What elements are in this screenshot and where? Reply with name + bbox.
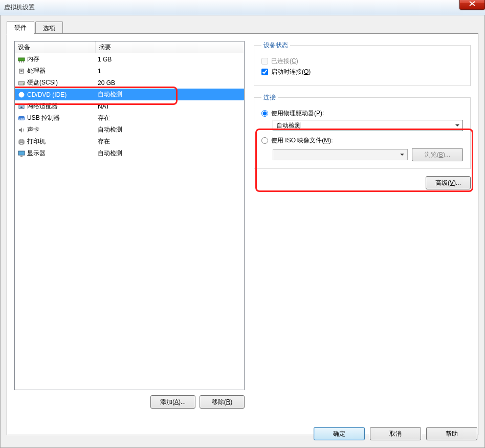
- sound-icon: [17, 126, 26, 134]
- list-item-label: 硬盘(SCSI): [26, 78, 97, 87]
- list-item-label: 内存: [26, 55, 97, 63]
- printer-icon: [17, 138, 26, 146]
- connect-at-poweron-checkbox[interactable]: 启动时连接(O): [261, 68, 463, 76]
- list-item-summary: 1 GB: [97, 56, 244, 63]
- cancel-button[interactable]: 取消: [370, 427, 421, 440]
- close-button[interactable]: [459, 0, 485, 10]
- use-physical-label: 使用物理驱动器(P):: [271, 109, 324, 118]
- device-list-header: 设备 摘要: [15, 41, 244, 53]
- list-item-summary: 自动检测: [97, 125, 244, 134]
- list-item-summary: NAT: [97, 103, 244, 110]
- tab-hardware-label: 硬件: [14, 24, 27, 31]
- physical-drive-value: 自动检测: [276, 121, 301, 130]
- cpu-icon: [17, 67, 26, 75]
- tab-hardware[interactable]: 硬件: [7, 21, 34, 35]
- list-item-summary: 自动检测: [97, 149, 244, 158]
- list-item-summary: 存在: [97, 137, 244, 146]
- svg-point-9: [21, 94, 23, 95]
- connect-at-poweron-input[interactable]: [261, 69, 268, 75]
- tab-strip: 硬件 选项: [7, 20, 478, 33]
- tab-options-label: 选项: [43, 25, 55, 32]
- svg-rect-3: [23, 61, 24, 62]
- disk-icon: [17, 79, 26, 87]
- remove-device-button[interactable]: 移除(R): [200, 395, 245, 409]
- list-item-sound[interactable]: 声卡 自动检测: [15, 124, 244, 136]
- list-item-harddisk[interactable]: 硬盘(SCSI) 20 GB: [15, 77, 244, 89]
- list-item-cddvd[interactable]: CD/DVD (IDE) 自动检测: [15, 89, 244, 100]
- dialog-client-area: 硬件 选项 设备 摘要 内存 1 GB: [0, 15, 485, 448]
- list-item-label: 处理器: [26, 67, 97, 75]
- svg-rect-0: [18, 58, 25, 61]
- help-button[interactable]: 帮助: [426, 427, 477, 440]
- connected-checkbox-input: [261, 58, 268, 65]
- use-iso-label: 使用 ISO 映像文件(M):: [271, 136, 333, 145]
- list-item-label: 显示器: [26, 149, 97, 158]
- svg-marker-14: [19, 127, 22, 133]
- list-item-summary: 自动检测: [97, 90, 244, 99]
- nic-icon: [17, 102, 26, 111]
- connected-checkbox: 已连接(C): [261, 57, 463, 66]
- iso-path-combobox: [273, 149, 408, 160]
- list-item-summary: 20 GB: [97, 79, 244, 87]
- svg-rect-16: [20, 139, 23, 141]
- header-summary[interactable]: 摘要: [96, 41, 244, 53]
- svg-rect-1: [19, 61, 20, 62]
- svg-text:USB: USB: [19, 117, 25, 120]
- list-item-label: USB 控制器: [26, 114, 97, 122]
- device-status-legend: 设备状态: [261, 41, 290, 50]
- svg-rect-17: [20, 143, 23, 144]
- connection-legend: 连接: [261, 93, 278, 102]
- use-physical-radio[interactable]: 使用物理驱动器(P):: [261, 109, 463, 118]
- svg-rect-18: [18, 151, 25, 155]
- window-title: 虚拟机设置: [4, 3, 35, 12]
- use-iso-radio[interactable]: 使用 ISO 映像文件(M):: [261, 136, 463, 145]
- device-list[interactable]: 设备 摘要 内存 1 GB 处理器: [14, 41, 245, 390]
- physical-drive-dropdown[interactable]: 自动检测: [273, 120, 463, 131]
- list-item-processor[interactable]: 处理器 1: [15, 65, 244, 77]
- svg-rect-19: [20, 156, 23, 157]
- svg-point-7: [23, 83, 24, 84]
- cd-icon: [17, 91, 26, 99]
- list-item-printer[interactable]: 打印机 存在: [15, 136, 244, 147]
- use-iso-radio-input[interactable]: [261, 137, 268, 144]
- add-device-button[interactable]: 添加(A)...: [150, 395, 195, 409]
- memory-icon: [17, 55, 26, 63]
- list-item-usb[interactable]: USB USB 控制器 存在: [15, 112, 244, 124]
- browse-button: 浏览(B)...: [412, 148, 463, 161]
- ok-button[interactable]: 确定: [314, 427, 365, 440]
- usb-icon: USB: [17, 114, 26, 122]
- list-item-memory[interactable]: 内存 1 GB: [15, 53, 244, 65]
- close-icon: [469, 1, 475, 6]
- list-item-label: 打印机: [26, 137, 97, 146]
- dialog-footer: 确定 取消 帮助: [314, 427, 477, 440]
- list-item-label: CD/DVD (IDE): [26, 91, 97, 98]
- header-device[interactable]: 设备: [15, 41, 96, 53]
- list-item-summary: 1: [97, 68, 244, 75]
- tab-page-hardware: 设备 摘要 内存 1 GB 处理器: [7, 33, 478, 435]
- list-item-network[interactable]: 网络适配器 NAT: [15, 100, 244, 112]
- display-icon: [17, 150, 26, 158]
- list-item-label: 网络适配器: [26, 102, 97, 111]
- connect-at-poweron-label: 启动时连接(O): [271, 68, 311, 76]
- title-bar: 虚拟机设置: [0, 0, 485, 15]
- connected-label: 已连接(C): [271, 57, 298, 66]
- connection-group: 连接 使用物理驱动器(P): 自动检测 使用 ISO 映像文件(M):: [254, 93, 471, 169]
- advanced-button[interactable]: 高级(V)...: [426, 176, 471, 189]
- list-item-label: 声卡: [26, 125, 97, 134]
- svg-rect-5: [20, 70, 23, 72]
- list-item-summary: 存在: [97, 114, 244, 122]
- svg-rect-11: [20, 106, 23, 108]
- svg-rect-2: [21, 61, 22, 62]
- device-status-group: 设备状态 已连接(C) 启动时连接(O): [254, 41, 471, 86]
- use-physical-radio-input[interactable]: [261, 110, 268, 117]
- list-item-display[interactable]: 显示器 自动检测: [15, 147, 244, 159]
